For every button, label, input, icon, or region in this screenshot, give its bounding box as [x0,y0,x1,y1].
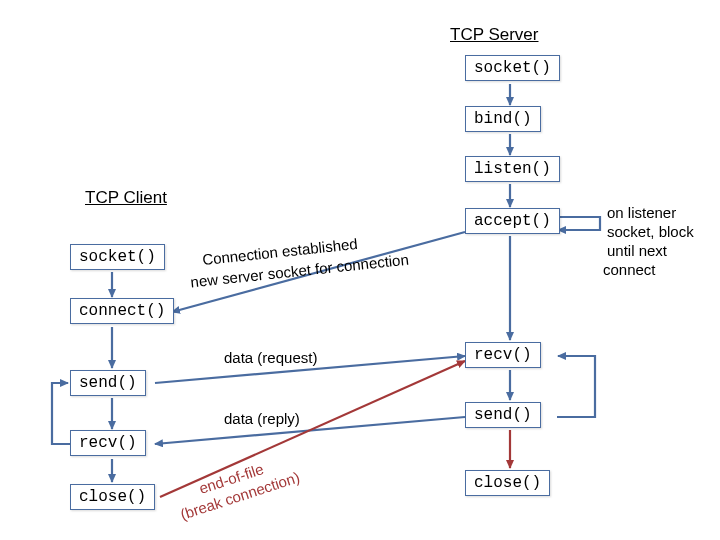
node-client-send: send() [70,370,146,396]
node-server-accept: accept() [465,208,560,234]
node-server-close: close() [465,470,550,496]
label-listener-4: connect [603,261,656,279]
title-server: TCP Server [450,25,539,45]
node-server-bind: bind() [465,106,541,132]
arrow-client-loop [52,383,70,444]
label-listener-2: socket, block [607,223,694,241]
node-client-socket: socket() [70,244,165,270]
node-client-close: close() [70,484,155,510]
label-listener-1: on listener [607,204,676,222]
label-listener-3: until next [607,242,667,260]
label-data-reply: data (reply) [224,410,300,428]
node-server-socket: socket() [465,55,560,81]
node-client-recv: recv() [70,430,146,456]
node-server-recv: recv() [465,342,541,368]
node-server-send: send() [465,402,541,428]
label-data-request: data (request) [224,349,317,367]
arrow-server-loop [557,356,595,417]
node-server-listen: listen() [465,156,560,182]
title-client: TCP Client [85,188,167,208]
node-client-connect: connect() [70,298,174,324]
arrow-listener-loop [555,217,600,230]
